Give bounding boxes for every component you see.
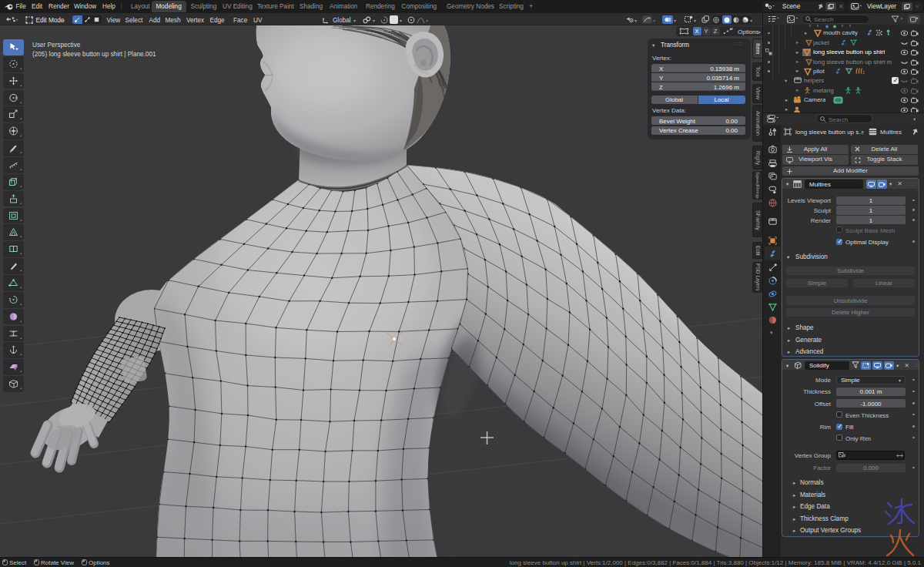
svg-text:3: 3 xyxy=(862,71,865,74)
